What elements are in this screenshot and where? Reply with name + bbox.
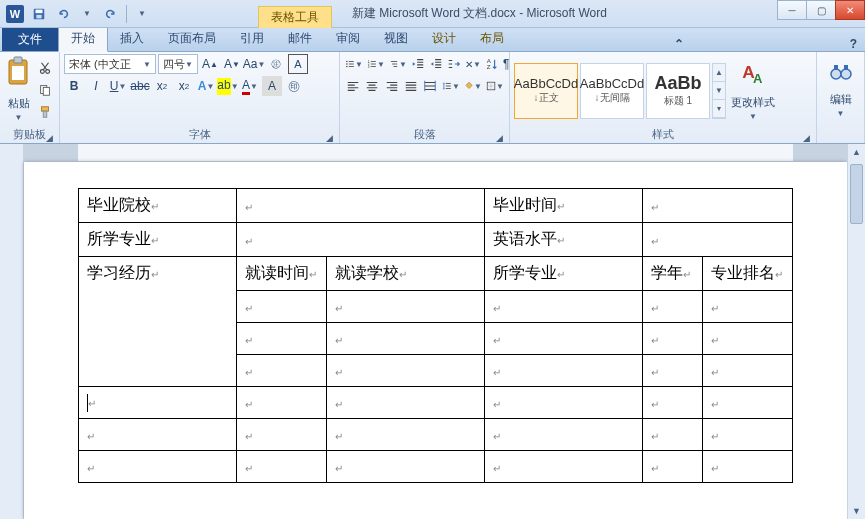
- grow-font-button[interactable]: A▲: [200, 54, 220, 74]
- table-cell[interactable]: [79, 451, 237, 483]
- table-cell[interactable]: 毕业院校: [79, 189, 237, 223]
- table-cell[interactable]: 学习经历: [79, 257, 237, 387]
- table-cell[interactable]: [327, 451, 485, 483]
- font-dialog-launcher[interactable]: ◢: [326, 133, 333, 143]
- table-cell[interactable]: [643, 291, 703, 323]
- table-cell[interactable]: [485, 355, 643, 387]
- table-cell[interactable]: [327, 419, 485, 451]
- tab-page-layout[interactable]: 页面布局: [156, 26, 228, 51]
- table-cell[interactable]: [237, 419, 327, 451]
- asian-layout-button[interactable]: ✕▼: [464, 54, 482, 74]
- align-center-button[interactable]: [363, 76, 380, 96]
- numbering-button[interactable]: 123▼: [366, 54, 386, 74]
- align-right-button[interactable]: [383, 76, 400, 96]
- table-cell[interactable]: [643, 419, 703, 451]
- undo-icon[interactable]: [54, 5, 72, 23]
- table-cell[interactable]: [703, 291, 793, 323]
- table-cell[interactable]: [703, 323, 793, 355]
- table-cell[interactable]: [643, 451, 703, 483]
- font-color-button[interactable]: A▼: [240, 76, 260, 96]
- table-cell[interactable]: 就读时间: [237, 257, 327, 291]
- enclose-characters-button[interactable]: ㊞: [284, 76, 304, 96]
- table-cell[interactable]: 毕业时间: [485, 189, 643, 223]
- styles-scroll-up[interactable]: ▲: [713, 64, 725, 82]
- table-row[interactable]: [79, 387, 793, 419]
- shrink-font-button[interactable]: A▼: [222, 54, 242, 74]
- style-heading1[interactable]: AaBb 标题 1: [646, 63, 710, 119]
- table-row[interactable]: [79, 451, 793, 483]
- table-cell[interactable]: [237, 451, 327, 483]
- styles-expand[interactable]: ▾: [713, 100, 725, 118]
- ltr-button[interactable]: [446, 54, 462, 74]
- save-icon[interactable]: [30, 5, 48, 23]
- table-cell[interactable]: [703, 451, 793, 483]
- paste-button[interactable]: 粘贴 ▼: [4, 54, 33, 124]
- minimize-ribbon-icon[interactable]: ⌃: [666, 37, 692, 51]
- table-cell[interactable]: [485, 451, 643, 483]
- character-shading-button[interactable]: A: [262, 76, 282, 96]
- scroll-down-icon[interactable]: ▼: [848, 503, 865, 519]
- table-cell[interactable]: [703, 419, 793, 451]
- vertical-scrollbar[interactable]: ▲ ▼: [847, 144, 865, 519]
- help-icon[interactable]: ?: [842, 37, 865, 51]
- table-cell[interactable]: [237, 323, 327, 355]
- font-name-combobox[interactable]: 宋体 (中文正▼: [64, 54, 156, 74]
- highlight-button[interactable]: ab▼: [218, 76, 238, 96]
- style-normal[interactable]: AaBbCcDd ↓正文: [514, 63, 578, 119]
- horizontal-ruler[interactable]: [24, 144, 847, 162]
- multilevel-list-button[interactable]: ▼: [388, 54, 408, 74]
- tab-mail[interactable]: 邮件: [276, 26, 324, 51]
- line-spacing-button[interactable]: ▼: [441, 76, 461, 96]
- tab-table-layout[interactable]: 布局: [468, 26, 516, 51]
- font-size-combobox[interactable]: 四号▼: [158, 54, 198, 74]
- underline-button[interactable]: U▼: [108, 76, 128, 96]
- strikethrough-button[interactable]: abc: [130, 76, 150, 96]
- styles-dialog-launcher[interactable]: ◢: [803, 133, 810, 143]
- scroll-thumb[interactable]: [850, 164, 863, 224]
- shading-button[interactable]: ▼: [463, 76, 483, 96]
- table-row[interactable]: [79, 419, 793, 451]
- document-table[interactable]: 毕业院校 毕业时间 所学专业 英语水平 学习经历 就读时间 就读学校 所学专业 …: [78, 188, 793, 483]
- table-cell[interactable]: [485, 387, 643, 419]
- table-cell[interactable]: [643, 387, 703, 419]
- increase-indent-button[interactable]: [428, 54, 444, 74]
- redo-icon[interactable]: [102, 5, 120, 23]
- table-cell[interactable]: [327, 387, 485, 419]
- character-border-button[interactable]: A: [288, 54, 308, 74]
- table-cell[interactable]: [237, 387, 327, 419]
- table-cell[interactable]: [327, 291, 485, 323]
- tab-home[interactable]: 开始: [58, 25, 108, 52]
- table-cell[interactable]: [327, 355, 485, 387]
- table-cell[interactable]: 所学专业: [79, 223, 237, 257]
- style-no-spacing[interactable]: AaBbCcDd ↓无间隔: [580, 63, 644, 119]
- table-cell[interactable]: [79, 419, 237, 451]
- text-effects-button[interactable]: A▼: [196, 76, 216, 96]
- phonetic-guide-button[interactable]: ㊟: [266, 54, 286, 74]
- tab-file[interactable]: 文件: [2, 27, 58, 51]
- table-row[interactable]: 毕业院校 毕业时间: [79, 189, 793, 223]
- tab-references[interactable]: 引用: [228, 26, 276, 51]
- tab-review[interactable]: 审阅: [324, 26, 372, 51]
- subscript-button[interactable]: x2: [152, 76, 172, 96]
- table-cell[interactable]: [703, 355, 793, 387]
- table-cell[interactable]: [643, 355, 703, 387]
- paragraph-dialog-launcher[interactable]: ◢: [496, 133, 503, 143]
- qat-customize-icon[interactable]: ▼: [133, 5, 151, 23]
- change-case-button[interactable]: Aa▼: [244, 54, 264, 74]
- table-cell[interactable]: [485, 291, 643, 323]
- table-row[interactable]: 学习经历 就读时间 就读学校 所学专业 学年 专业排名: [79, 257, 793, 291]
- table-cell[interactable]: 学年: [643, 257, 703, 291]
- decrease-indent-button[interactable]: [410, 54, 426, 74]
- table-cell[interactable]: [643, 189, 793, 223]
- tab-insert[interactable]: 插入: [108, 26, 156, 51]
- table-cell[interactable]: [485, 419, 643, 451]
- cut-icon[interactable]: [35, 58, 55, 78]
- borders-button[interactable]: ▼: [485, 76, 505, 96]
- table-cell[interactable]: 英语水平: [485, 223, 643, 257]
- table-cell[interactable]: [327, 323, 485, 355]
- format-painter-icon[interactable]: [35, 102, 55, 122]
- tab-table-design[interactable]: 设计: [420, 26, 468, 51]
- italic-button[interactable]: I: [86, 76, 106, 96]
- superscript-button[interactable]: x2: [174, 76, 194, 96]
- minimize-button[interactable]: ─: [777, 0, 807, 20]
